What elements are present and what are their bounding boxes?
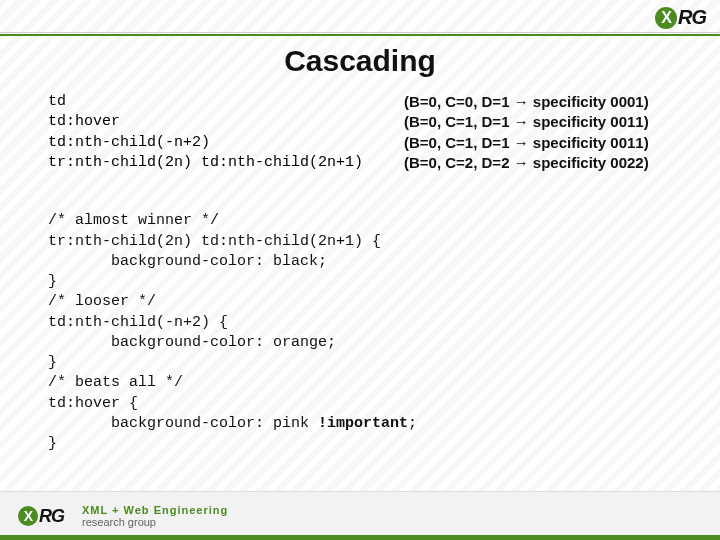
slide-body: td (B=0, C=0, D=1 → specificity 0001) td… — [48, 92, 696, 475]
selector-text: td — [48, 92, 388, 112]
code-block: /* almost winner */ tr:nth-child(2n) td:… — [48, 191, 696, 475]
code-line: background-color: orange; — [48, 334, 336, 351]
footer-sublogo-top: XML + Web Engineering — [82, 504, 228, 516]
specificity-row: td:nth-child(-n+2) (B=0, C=1, D=1 → spec… — [48, 133, 696, 153]
code-line: background-color: black; — [48, 253, 327, 270]
footer-sublogo: XML + Web Engineering research group — [82, 504, 228, 528]
logo-mark-icon: X — [18, 506, 38, 526]
code-comment: /* almost winner */ — [48, 212, 219, 229]
footer-logo: XRG — [18, 506, 64, 527]
footer-sublogo-bottom: research group — [82, 516, 228, 528]
specificity-text: (B=0, C=1, D=1 → specificity 0011) — [404, 112, 649, 132]
code-line: td:hover { — [48, 395, 138, 412]
specificity-text: (B=0, C=0, D=1 → specificity 0001) — [404, 92, 649, 112]
code-line: } — [48, 354, 57, 371]
logo-text: RG — [678, 6, 706, 29]
code-line: tr:nth-child(2n) td:nth-child(2n+1) { — [48, 233, 381, 250]
selector-text: tr:nth-child(2n) td:nth-child(2n+1) — [48, 153, 388, 173]
specificity-row: td (B=0, C=0, D=1 → specificity 0001) — [48, 92, 696, 112]
important-keyword: !important — [318, 415, 408, 432]
header-separator — [0, 32, 720, 36]
slide-title: Cascading — [0, 44, 720, 78]
footer: XRG XML + Web Engineering research group — [0, 491, 720, 540]
selector-text: td:hover — [48, 112, 388, 132]
selector-text: td:nth-child(-n+2) — [48, 133, 388, 153]
logo-text: RG — [39, 506, 64, 527]
code-line: } — [48, 435, 57, 452]
code-line: td:nth-child(-n+2) { — [48, 314, 228, 331]
specificity-row: td:hover (B=0, C=1, D=1 → specificity 00… — [48, 112, 696, 132]
logo-mark-icon: X — [655, 7, 677, 29]
code-comment: /* looser */ — [48, 293, 156, 310]
code-line: } — [48, 273, 57, 290]
specificity-row: tr:nth-child(2n) td:nth-child(2n+1) (B=0… — [48, 153, 696, 173]
specificity-text: (B=0, C=1, D=1 → specificity 0011) — [404, 133, 649, 153]
specificity-text: (B=0, C=2, D=2 → specificity 0022) — [404, 153, 649, 173]
code-line: background-color: pink !important; — [48, 415, 417, 432]
slide: XRG Cascading td (B=0, C=0, D=1 → specif… — [0, 0, 720, 540]
code-comment: /* beats all */ — [48, 374, 183, 391]
footer-accent-bar — [0, 535, 720, 540]
header-logo: XRG — [655, 6, 706, 29]
